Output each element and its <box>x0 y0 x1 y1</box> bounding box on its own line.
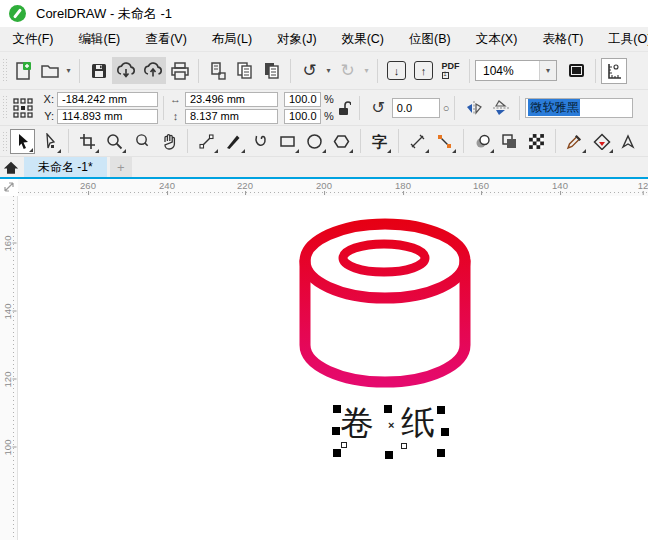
selection-handle-top-left[interactable] <box>333 405 341 413</box>
drawing-canvas[interactable]: 卷 纸 × <box>18 196 648 540</box>
y-label: Y: <box>40 110 54 122</box>
menu-layout[interactable]: 布局(L) <box>199 31 264 48</box>
cloud-download-icon <box>115 61 137 81</box>
ruler-label: 160 <box>473 180 489 191</box>
text-node-marker[interactable] <box>401 443 407 449</box>
import-button[interactable]: ↓ <box>383 57 410 84</box>
zoom-dropdown-caret[interactable]: ▾ <box>539 61 556 80</box>
scale-y-field[interactable]: 100.0 <box>284 109 321 124</box>
mirror-horizontal-button[interactable] <box>460 94 487 121</box>
transparency-tool[interactable] <box>497 129 522 154</box>
toolbar-grip[interactable] <box>2 95 8 120</box>
cut-button[interactable] <box>204 57 231 84</box>
menu-file[interactable]: 文件(F) <box>0 31 66 48</box>
menu-table[interactable]: 表格(T) <box>530 31 596 48</box>
polygon-tool[interactable] <box>329 129 354 154</box>
interactive-fill-tool[interactable] <box>589 129 614 154</box>
undo-button[interactable]: ↺ <box>296 57 323 84</box>
scale-x-field[interactable]: 100.0 <box>284 92 321 107</box>
menu-edit[interactable]: 编辑(E) <box>66 31 133 48</box>
copy-button[interactable] <box>231 57 258 84</box>
horizontal-ruler[interactable]: 260 240 220 200 180 160 140 12 <box>18 179 648 196</box>
shadow-tool[interactable] <box>470 129 495 154</box>
export-button[interactable]: ↑ <box>410 57 437 84</box>
redo-dropdown-caret[interactable]: ▾ <box>361 66 372 75</box>
show-rulers-button[interactable] <box>601 58 627 84</box>
mesh-fill-tool[interactable] <box>524 129 549 154</box>
selection-handle-bottom-right[interactable] <box>437 449 445 457</box>
x-position-field[interactable]: -184.242 mm <box>57 92 158 107</box>
menu-effects[interactable]: 效果(C) <box>329 31 396 48</box>
object-position-button[interactable] <box>9 94 36 121</box>
cut-icon <box>208 61 228 81</box>
zoom-tool[interactable] <box>102 129 127 154</box>
mirror-vertical-button[interactable] <box>487 94 514 121</box>
unlock-icon <box>337 100 351 116</box>
shape-tool[interactable] <box>37 129 62 154</box>
open-button[interactable] <box>36 57 63 84</box>
menu-tools[interactable]: 工具(O) <box>596 31 648 48</box>
vertical-ruler[interactable]: 160 140 120 100 <box>0 196 18 540</box>
toolbar-grip[interactable] <box>2 58 8 84</box>
selection-handle-top-center[interactable] <box>384 405 392 413</box>
rotation-angle-field[interactable]: 0.0 <box>392 98 440 118</box>
selection-handle-middle-right[interactable] <box>441 428 449 436</box>
menu-view[interactable]: 查看(V) <box>133 31 200 48</box>
property-bar: X: -184.242 mm Y: 114.893 mm ↔ 23.496 mm… <box>0 90 648 126</box>
paste-button[interactable] <box>258 57 285 84</box>
open-dropdown-caret[interactable]: ▾ <box>63 66 74 75</box>
menu-text[interactable]: 文本(X) <box>463 31 530 48</box>
publish-pdf-button[interactable]: PDF <box>437 57 464 84</box>
selection-handle-bottom-center[interactable] <box>385 451 393 459</box>
bspline-tool[interactable] <box>248 129 273 154</box>
connector-tool[interactable] <box>432 129 457 154</box>
selection-center-marker[interactable]: × <box>388 420 394 431</box>
object-width-field[interactable]: 23.496 mm <box>185 92 278 107</box>
redo-button[interactable]: ↻ <box>334 57 361 84</box>
undo-dropdown-caret[interactable]: ▾ <box>323 66 334 75</box>
ruler-origin-icon[interactable] <box>3 181 15 193</box>
text-tool[interactable]: 字 <box>367 129 392 154</box>
zoom-out-tool[interactable] <box>129 129 154 154</box>
toolbar-grip[interactable] <box>2 131 8 152</box>
menu-bitmaps[interactable]: 位图(B) <box>397 31 464 48</box>
new-tab-button[interactable]: + <box>110 157 132 177</box>
pick-tool[interactable] <box>10 129 35 154</box>
font-name-combobox[interactable]: 微软雅黑 <box>525 98 633 118</box>
tab-untitled-1[interactable]: 未命名 -1* <box>24 157 107 177</box>
freehand-tool[interactable] <box>194 129 219 154</box>
text-node-marker[interactable] <box>341 442 347 448</box>
cloud-save-button[interactable] <box>139 57 166 84</box>
cloud-open-button[interactable] <box>112 57 139 84</box>
pan-tool[interactable] <box>156 129 181 154</box>
brush-icon <box>225 133 242 150</box>
rectangle-tool[interactable] <box>275 129 300 154</box>
artistic-media-tool[interactable] <box>221 129 246 154</box>
selection-handle-top-right[interactable] <box>437 406 445 414</box>
zoom-level-combobox[interactable]: 104% ▾ <box>475 60 557 81</box>
print-button[interactable] <box>166 57 193 84</box>
object-height-field[interactable]: 8.137 mm <box>185 109 278 124</box>
new-document-button[interactable] <box>9 57 36 84</box>
selection-handle-bottom-left[interactable] <box>333 449 341 457</box>
lock-ratio-button[interactable] <box>334 94 354 121</box>
outline-pen-tool[interactable] <box>616 129 641 154</box>
menu-object[interactable]: 对象(J) <box>265 31 330 48</box>
fullscreen-preview-button[interactable] <box>563 57 590 84</box>
import-icon: ↓ <box>387 61 406 80</box>
transparency-icon <box>501 133 518 150</box>
save-button[interactable] <box>85 57 112 84</box>
zoom-level-value: 104% <box>483 64 514 78</box>
welcome-home-button[interactable] <box>0 157 22 177</box>
plus-icon: + <box>117 160 125 175</box>
crop-tool[interactable] <box>75 129 100 154</box>
paper-roll-artwork[interactable] <box>288 212 488 392</box>
ellipse-tool[interactable] <box>302 129 327 154</box>
separator <box>454 96 455 120</box>
y-position-field[interactable]: 114.893 mm <box>57 109 158 124</box>
selection-handle-middle-left[interactable] <box>332 427 340 435</box>
ruler-label: 260 <box>80 180 96 191</box>
ellipse-icon <box>306 133 323 150</box>
eyedropper-tool[interactable] <box>562 129 587 154</box>
dimension-tool[interactable] <box>405 129 430 154</box>
